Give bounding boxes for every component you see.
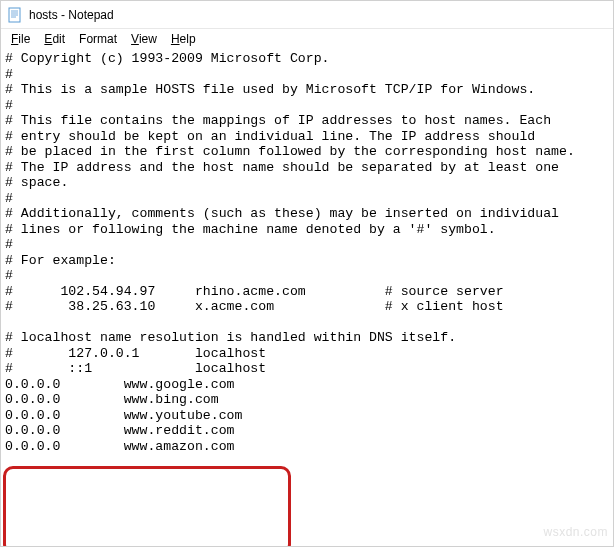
menu-bar: File Edit Format View Help	[1, 29, 613, 49]
notepad-icon	[7, 7, 23, 23]
menu-edit[interactable]: Edit	[38, 31, 71, 47]
text-editor[interactable]: # Copyright (c) 1993-2009 Microsoft Corp…	[1, 49, 613, 546]
editor-content: # Copyright (c) 1993-2009 Microsoft Corp…	[5, 51, 575, 454]
title-bar: hosts - Notepad	[1, 1, 613, 29]
menu-format[interactable]: Format	[73, 31, 123, 47]
menu-view[interactable]: View	[125, 31, 163, 47]
annotation-highlight-box	[3, 466, 291, 546]
menu-file[interactable]: File	[5, 31, 36, 47]
notepad-window: hosts - Notepad File Edit Format View He…	[0, 0, 614, 547]
window-title: hosts - Notepad	[29, 8, 114, 22]
menu-help[interactable]: Help	[165, 31, 202, 47]
